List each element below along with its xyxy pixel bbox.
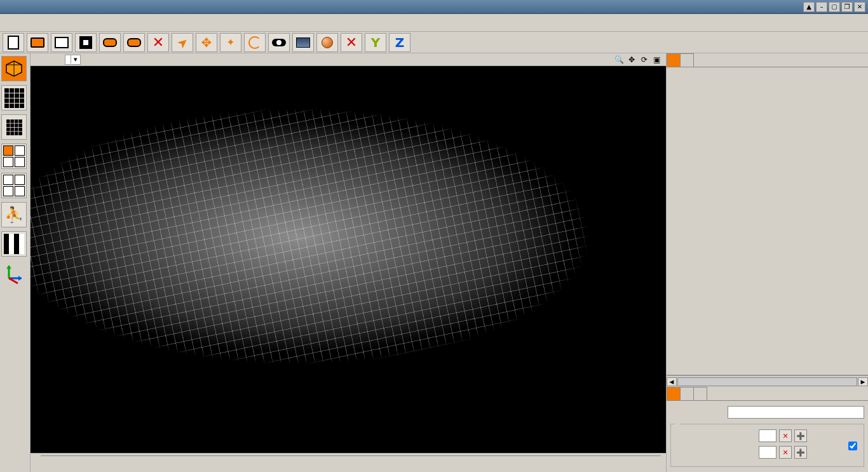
subdivision-preview-input[interactable]: [759, 429, 776, 442]
scene-tree[interactable]: [667, 67, 868, 375]
maximize-view-icon[interactable]: ▣: [652, 55, 662, 65]
property-tabs: [667, 387, 868, 401]
dense-wireframe-button[interactable]: [1, 114, 27, 140]
object-name-input[interactable]: [728, 406, 864, 419]
subdivision-preview-decrease[interactable]: ✕: [779, 429, 792, 442]
tab-mouse-tool[interactable]: [693, 387, 707, 400]
z-axis-icon: Z: [395, 35, 405, 50]
zoom-view-icon[interactable]: 🔍: [614, 55, 624, 65]
undo-icon: [103, 38, 117, 47]
checker-button[interactable]: [1, 231, 27, 257]
sphere-button[interactable]: [316, 33, 338, 52]
rotate-tool-button[interactable]: [244, 33, 266, 52]
property-panel: ✕ ➕ ✕ ➕: [667, 401, 868, 472]
undo-button[interactable]: [99, 33, 121, 52]
x-axis-button[interactable]: ✕: [341, 33, 362, 52]
rig-icon: ⛹: [4, 206, 24, 224]
shading-dropdown[interactable]: ▾: [65, 55, 81, 65]
render-icon: [296, 37, 310, 48]
tab-material-board[interactable]: [680, 53, 694, 67]
window-close-button[interactable]: ✕: [854, 2, 865, 12]
timeline: [31, 453, 666, 472]
rotate-icon: [248, 36, 261, 49]
save-as-button[interactable]: [51, 33, 72, 52]
tree-horizontal-scrollbar[interactable]: ◀ ▶: [667, 375, 868, 387]
wireframe-grid-icon: [4, 88, 24, 108]
rotate-view-icon[interactable]: ⟳: [639, 55, 649, 65]
file-icon: [8, 36, 19, 50]
sync-checkbox[interactable]: [848, 442, 857, 450]
checker-icon: [4, 234, 24, 254]
center-column: ▾ 🔍 ✥ ⟳ ▣: [31, 53, 666, 472]
scale-tool-button[interactable]: ✦: [220, 33, 241, 52]
timeline-ruler[interactable]: [41, 455, 661, 471]
viewport-header: ▾ 🔍 ✥ ⟳ ▣: [31, 53, 666, 66]
scroll-track[interactable]: [677, 377, 857, 386]
save-icon: [79, 36, 92, 49]
select-tool-button[interactable]: ➤: [172, 33, 193, 52]
z-axis-button[interactable]: Z: [389, 33, 410, 52]
quad-white-button[interactable]: [1, 173, 27, 198]
quad-orange-icon: [3, 145, 25, 167]
x-axis-icon: ✕: [346, 34, 357, 50]
open-file-button[interactable]: [27, 33, 48, 52]
redo-button[interactable]: [123, 33, 145, 52]
menu-bar: [0, 14, 868, 32]
tab-object[interactable]: [667, 387, 681, 400]
tab-object-board[interactable]: [667, 53, 681, 67]
subdivision-preview-increase[interactable]: ➕: [794, 429, 807, 442]
window-titlebar: ▲ – ▢ ❐ ✕: [0, 0, 868, 14]
window-minimize-button[interactable]: –: [816, 2, 827, 12]
move-icon: ✥: [201, 35, 212, 50]
sphere-icon: [322, 37, 333, 48]
rig-mode-button[interactable]: ⛹: [1, 202, 27, 227]
save-button[interactable]: [75, 33, 97, 52]
wireframe-mesh: [31, 66, 666, 453]
quad-white-icon: [3, 175, 25, 196]
delete-button[interactable]: ✕: [147, 33, 169, 52]
redo-icon: [127, 38, 141, 47]
y-axis-button[interactable]: Y: [365, 33, 386, 52]
svg-marker-4: [18, 276, 22, 281]
sync-checkbox-label[interactable]: [848, 429, 860, 462]
pan-view-icon[interactable]: ✥: [627, 55, 637, 65]
right-panel: ◀ ▶ ✕ ➕: [666, 53, 868, 472]
scale-icon: ✦: [226, 36, 234, 48]
chevron-down-icon: ▾: [71, 55, 78, 64]
save-as-icon: [55, 37, 69, 48]
scroll-left-button[interactable]: ◀: [667, 377, 677, 386]
viewport-3d[interactable]: [31, 66, 666, 453]
main-toolbar: ✕ ➤ ✥ ✦ ✕ Y Z: [0, 32, 868, 53]
wireframe-view-button[interactable]: [1, 85, 27, 111]
window-restore-button[interactable]: ❐: [841, 2, 853, 12]
eye-icon: [272, 39, 286, 46]
subdivision-render-increase[interactable]: ➕: [794, 446, 807, 459]
new-file-button[interactable]: [3, 33, 24, 52]
right-tabs: [667, 53, 868, 67]
move-tool-button[interactable]: ✥: [196, 33, 217, 52]
axes-icon: [3, 262, 25, 285]
folder-icon: [31, 37, 44, 48]
quad-orange-button[interactable]: [1, 144, 27, 169]
cube-icon: [4, 59, 24, 78]
axes-gizmo[interactable]: [1, 260, 27, 286]
subdivider-group: ✕ ➕ ✕ ➕: [670, 424, 864, 467]
render-button[interactable]: [292, 33, 314, 52]
dense-grid-icon: [6, 119, 22, 135]
window-up-button[interactable]: ▲: [803, 2, 815, 12]
window-maximize-button[interactable]: ▢: [829, 2, 840, 12]
cursor-icon: ➤: [173, 33, 191, 51]
left-tool-column: ⛹: [0, 53, 31, 472]
y-axis-icon: Y: [371, 35, 380, 50]
eye-tool-button[interactable]: [268, 33, 290, 52]
subdivision-render-decrease[interactable]: ✕: [779, 446, 792, 459]
solid-view-button[interactable]: [1, 56, 27, 81]
svg-marker-6: [6, 266, 11, 269]
scroll-right-button[interactable]: ▶: [858, 377, 868, 386]
delete-x-icon: ✕: [153, 34, 164, 50]
subdivision-render-input[interactable]: [759, 446, 776, 459]
tab-coordinates[interactable]: [680, 387, 694, 400]
